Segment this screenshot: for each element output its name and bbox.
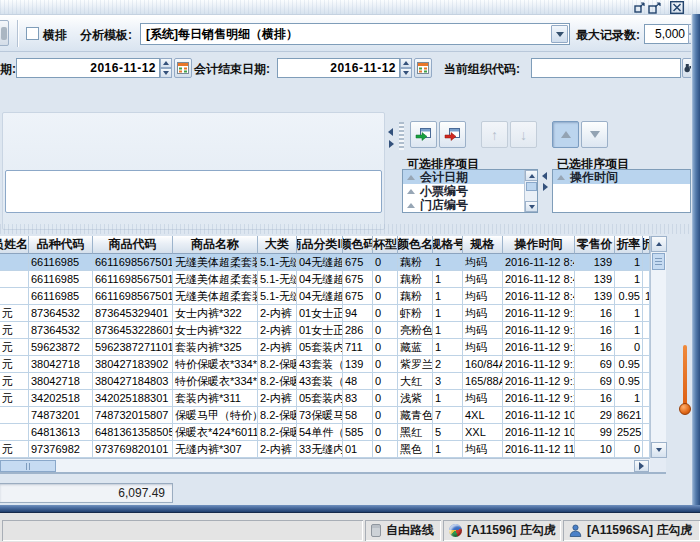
scroll-up-icon[interactable] <box>525 170 538 181</box>
column-header[interactable]: 操作时间 <box>503 236 575 254</box>
table-row[interactable]: 元87364532873645329401女士内裤*3222-内裤01女士正价9… <box>0 305 650 322</box>
sort-ascending-button[interactable] <box>552 121 579 148</box>
chevron-down-icon[interactable] <box>551 25 568 43</box>
slider-knob[interactable] <box>679 403 691 415</box>
table-row[interactable]: 元873645328736453228601女士内裤*3222-内裤01女士正价… <box>0 322 650 339</box>
start-date-spinner[interactable] <box>160 58 172 78</box>
side-slider[interactable] <box>678 345 692 423</box>
table-cell: 藕粉 <box>398 254 433 271</box>
table-cell: 均码 <box>463 441 503 458</box>
toolbar-grip[interactable] <box>399 122 404 150</box>
scroll-right-icon[interactable] <box>634 460 649 472</box>
table-row[interactable]: 648136136481361358505保暖衣*424*60118.2-保暖5… <box>0 424 650 441</box>
table-cell: 8736453228601 <box>93 322 173 339</box>
table-row[interactable]: 661169856611698567501无缝美体超柔套装5.1-无缝04无缝超… <box>0 254 650 271</box>
collapse-left-icon[interactable] <box>388 128 393 136</box>
end-date-spinner[interactable] <box>400 58 412 78</box>
table-cell: 6611698567501 <box>93 254 173 271</box>
table-cell: 0 <box>373 441 398 458</box>
column-header[interactable]: 颜色名 <box>398 236 433 254</box>
table-cell <box>0 288 29 305</box>
column-header[interactable]: 规格号 <box>433 236 463 254</box>
sort-item-label: 操作时间 <box>570 169 618 186</box>
max-records-label: 最大记录数: <box>576 27 640 44</box>
column-header[interactable]: 商品名称 <box>173 236 258 254</box>
clipped-toolbar-button[interactable] <box>0 20 9 46</box>
table-cell: 29 <box>575 407 615 424</box>
sphere-icon <box>449 524 462 537</box>
restore-icon[interactable] <box>647 1 661 14</box>
table-cell <box>643 424 650 441</box>
sort-list-item[interactable]: 操作时间 <box>553 170 690 184</box>
table-row[interactable]: 74873201748732015807保暖马甲（特价）8.2-保暖73保暖马甲… <box>0 407 650 424</box>
table-cell: 165/88A <box>463 373 503 390</box>
column-header[interactable]: 商品分类ID <box>297 236 343 254</box>
sort-descending-button[interactable] <box>581 121 608 148</box>
table-row[interactable]: 661169856611698567501无缝美体超柔套装5.1-无缝04无缝超… <box>0 288 650 305</box>
close-icon[interactable] <box>670 1 684 14</box>
table-vertical-scrollbar[interactable] <box>650 236 666 458</box>
table-cell: 浅紫 <box>398 390 433 407</box>
scroll-down-icon[interactable] <box>651 442 667 458</box>
column-header[interactable]: 杯型 <box>373 236 398 254</box>
start-date-input[interactable]: 2016-11-12 <box>16 58 160 78</box>
collapse-right-icon[interactable] <box>543 183 548 191</box>
template-combobox[interactable]: [系统]每日销售明细（横排） <box>140 23 570 45</box>
table-cell: 16 <box>575 390 615 407</box>
table-row[interactable]: 661169856611698567501无缝美体超柔套装5.1-无缝04无缝超… <box>0 271 650 288</box>
report-window: 横排 分析模板: [系统]每日销售明细（横排） 最大记录数: 5,000 期: … <box>0 0 700 542</box>
column-header[interactable]: 大类 <box>258 236 297 254</box>
selected-sort-list[interactable]: 操作时间 <box>552 169 691 213</box>
collapse-left-icon[interactable] <box>542 172 547 180</box>
move-up-button[interactable]: ↑ <box>481 121 508 148</box>
scrollbar-thumb[interactable] <box>652 253 665 270</box>
move-down-button[interactable]: ↓ <box>510 121 537 148</box>
table-row[interactable]: 元34202518342025188301套装内裤*3112-内裤05套装内裤8… <box>0 390 650 407</box>
left-empty-list[interactable] <box>5 170 382 213</box>
horizontal-checkbox[interactable] <box>26 27 39 40</box>
max-records-input[interactable]: 5,000 <box>644 24 689 44</box>
add-sort-button[interactable] <box>410 121 437 148</box>
table-cell: 0.95 <box>615 288 643 305</box>
column-header[interactable]: 折 <box>643 236 650 254</box>
sort-list-item[interactable]: 门店编号 <box>403 198 537 212</box>
collapse-right-icon[interactable] <box>389 140 394 148</box>
table-row[interactable]: 元596238725962387271101套装内裤*3252-内裤05套装内裤… <box>0 339 650 356</box>
table-cell: 33无缝内裤 <box>297 441 343 458</box>
spinner-up-icon[interactable] <box>160 58 172 68</box>
end-date-input[interactable]: 2016-11-12 <box>277 58 400 78</box>
table-cell: 64813613 <box>29 424 93 441</box>
spinner-up-icon[interactable] <box>400 58 412 68</box>
available-list-scrollbar[interactable] <box>524 170 537 212</box>
column-header[interactable]: 折率 <box>615 236 643 254</box>
table-cell: 04无缝超柔 <box>297 288 343 305</box>
table-horizontal-scrollbar[interactable] <box>0 458 650 472</box>
restore-small-icon[interactable] <box>632 1 646 14</box>
column-header[interactable]: 规格 <box>463 236 503 254</box>
table-body: 661169856611698567501无缝美体超柔套装5.1-无缝04无缝超… <box>0 254 650 458</box>
spinner-down-icon[interactable] <box>400 68 412 78</box>
spinner-down-icon[interactable] <box>160 68 172 78</box>
available-sort-list[interactable]: 会计日期小票编号门店编号 <box>402 169 538 213</box>
end-date-calendar-button[interactable] <box>414 58 432 78</box>
scrollbar-thumb[interactable] <box>526 182 537 191</box>
column-header[interactable]: 商品代码 <box>93 236 173 254</box>
table-row[interactable]: 元38042718380427183902特价保暖衣*334*18.2-保暖43… <box>0 356 650 373</box>
sorter-panel: ↑ ↓ 可选排序项目 会计日期小票编号门店编号 已选排序项目 操作时间 <box>396 108 692 234</box>
table-row[interactable]: 元38042718380427184803特价保暖衣*334*18.2-保暖43… <box>0 373 650 390</box>
org-code-input[interactable] <box>531 58 681 78</box>
splitter-handle[interactable] <box>387 112 396 232</box>
column-header[interactable]: 员姓名 <box>0 236 29 254</box>
table-cell: 1 <box>433 441 463 458</box>
column-header[interactable]: 品种代码 <box>29 236 93 254</box>
table-cell: 保暖衣*424*6011 <box>173 424 258 441</box>
table-row[interactable]: 元97376982973769820101无缝内裤*3072-内裤33无缝内裤0… <box>0 441 650 458</box>
column-header[interactable]: 颜色码 <box>343 236 373 254</box>
scroll-up-icon[interactable] <box>651 236 667 252</box>
scroll-down-icon[interactable] <box>525 201 538 212</box>
column-header[interactable]: 零售价 <box>575 236 615 254</box>
scrollbar-thumb[interactable] <box>0 460 56 472</box>
start-date-calendar-button[interactable] <box>174 58 192 78</box>
scrollbar-corner <box>650 458 666 472</box>
remove-sort-button[interactable] <box>439 121 466 148</box>
